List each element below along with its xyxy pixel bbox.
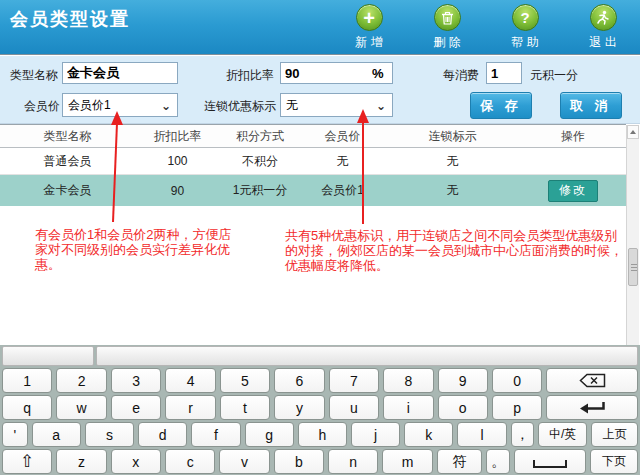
discount-label: 折扣比率 <box>226 67 274 84</box>
key-s[interactable]: s <box>85 422 134 447</box>
new-button[interactable]: + 新 增 <box>340 4 398 51</box>
type-name-input[interactable] <box>62 62 178 84</box>
key-j[interactable]: j <box>351 422 400 447</box>
ime-candidate-box <box>96 346 638 366</box>
column-header: 连锁标示 <box>385 128 520 145</box>
member-price-label: 会员价 <box>24 98 60 115</box>
space-key[interactable] <box>514 449 586 474</box>
table-cell: 无 <box>300 153 385 170</box>
table-cell: 会员价1 <box>300 182 385 199</box>
table-cell: 普通会员 <box>0 153 135 170</box>
key-，[interactable]: ， <box>511 422 534 447</box>
keyboard-row: qwertyuiop <box>2 395 638 420</box>
key-f[interactable]: f <box>191 422 240 447</box>
space-icon <box>533 460 567 468</box>
key-。[interactable]: 。 <box>486 449 510 474</box>
delete-button[interactable]: 删 除 <box>418 4 476 51</box>
column-header: 会员价 <box>300 128 385 145</box>
points-label: 每消费 <box>443 67 479 84</box>
key-1[interactable]: 1 <box>2 368 52 393</box>
table-cell: 100 <box>135 154 220 168</box>
chain-value: 无 <box>286 97 298 114</box>
key-g[interactable]: g <box>245 422 294 447</box>
enter-icon <box>578 401 606 415</box>
page-header: 会员类型设置 + 新 增 删 除 ? 帮 助 退 出 <box>0 0 640 55</box>
help-button[interactable]: ? 帮 助 <box>496 4 554 51</box>
key-h[interactable]: h <box>298 422 347 447</box>
key-0[interactable]: 0 <box>492 368 542 393</box>
member-price-dropdown[interactable]: 会员价1 ⌄ <box>62 93 178 117</box>
key-v[interactable]: v <box>219 449 269 474</box>
points-input[interactable] <box>486 62 522 84</box>
key-y[interactable]: y <box>274 395 324 420</box>
table-row[interactable]: 金卡会员901元积一分会员价1无修改 <box>0 175 626 206</box>
key-8[interactable]: 8 <box>383 368 433 393</box>
key-m[interactable]: m <box>382 449 432 474</box>
table-cell: 90 <box>135 184 220 198</box>
table-header-row: 类型名称折扣比率积分方式会员价连锁标示操作 <box>0 124 626 148</box>
table-cell: 无 <box>385 182 520 199</box>
table-cell: 1元积一分 <box>220 182 300 199</box>
key-c[interactable]: c <box>165 449 215 474</box>
key-5[interactable]: 5 <box>220 368 270 393</box>
key-b[interactable]: b <box>274 449 324 474</box>
exit-button[interactable]: 退 出 <box>574 4 632 51</box>
shift-icon: ⇧ <box>20 453 34 470</box>
key-t[interactable]: t <box>220 395 270 420</box>
member-type-settings-window: 会员类型设置 + 新 增 删 除 ? 帮 助 退 出 <box>0 0 640 475</box>
key-x[interactable]: x <box>111 449 161 474</box>
key-a[interactable]: a <box>32 422 81 447</box>
keyboard-row: ⇧zxcvbnm符。下页 <box>2 449 638 474</box>
key-上页[interactable]: 上页 <box>591 422 638 447</box>
backspace-key[interactable] <box>546 368 638 393</box>
key-i[interactable]: i <box>383 395 433 420</box>
key-'[interactable]: ' <box>2 422 28 447</box>
exit-button-label: 退 出 <box>589 34 616 51</box>
save-button[interactable]: 保 存 <box>470 92 532 119</box>
key-下页[interactable]: 下页 <box>590 449 638 474</box>
key-r[interactable]: r <box>165 395 215 420</box>
table-cell: 金卡会员 <box>0 182 135 199</box>
ime-composition-box <box>2 346 94 366</box>
keyboard-row: 'asdfghjkl，中/英上页 <box>2 422 638 447</box>
key-w[interactable]: w <box>56 395 106 420</box>
key-z[interactable]: z <box>56 449 106 474</box>
enter-key[interactable] <box>546 395 638 420</box>
key-u[interactable]: u <box>329 395 379 420</box>
key-6[interactable]: 6 <box>274 368 324 393</box>
chain-discount-dropdown[interactable]: 无 ⌄ <box>280 93 393 117</box>
keyboard-row: 1234567890 <box>2 368 638 393</box>
action-cell: 修改 <box>520 180 626 202</box>
annotation-chain-discount: 共有5种优惠标识，用于连锁店之间不同会员类型优惠级别的对接，例郊区店的某一会员到… <box>285 228 630 273</box>
table-row[interactable]: 普通会员100不积分无无 <box>0 148 626 175</box>
plus-icon: + <box>356 4 383 31</box>
key-中/英[interactable]: 中/英 <box>538 422 587 447</box>
scroll-up-button[interactable] <box>627 125 639 139</box>
key-l[interactable]: l <box>457 422 506 447</box>
chevron-down-icon: ⌄ <box>376 99 386 113</box>
key-符[interactable]: 符 <box>437 449 483 474</box>
question-icon: ? <box>512 4 539 31</box>
key-n[interactable]: n <box>328 449 378 474</box>
key-4[interactable]: 4 <box>165 368 215 393</box>
key-e[interactable]: e <box>111 395 161 420</box>
key-9[interactable]: 9 <box>438 368 488 393</box>
key-q[interactable]: q <box>2 395 52 420</box>
delete-button-label: 删 除 <box>433 34 460 51</box>
member-type-table: 类型名称折扣比率积分方式会员价连锁标示操作 普通会员100不积分无无金卡会员90… <box>0 124 626 206</box>
key-d[interactable]: d <box>138 422 187 447</box>
cancel-button[interactable]: 取 消 <box>560 92 622 119</box>
column-header: 类型名称 <box>0 128 135 145</box>
exit-runner-icon <box>590 4 617 31</box>
modify-button[interactable]: 修改 <box>548 180 598 202</box>
shift-key[interactable]: ⇧ <box>2 449 52 474</box>
key-o[interactable]: o <box>438 395 488 420</box>
key-k[interactable]: k <box>404 422 453 447</box>
trash-icon <box>434 4 461 31</box>
key-2[interactable]: 2 <box>56 368 106 393</box>
key-p[interactable]: p <box>492 395 542 420</box>
column-header: 积分方式 <box>220 128 300 145</box>
onscreen-keyboard: 1234567890qwertyuiop'asdfghjkl，中/英上页⇧zxc… <box>0 345 640 475</box>
key-7[interactable]: 7 <box>329 368 379 393</box>
key-3[interactable]: 3 <box>111 368 161 393</box>
